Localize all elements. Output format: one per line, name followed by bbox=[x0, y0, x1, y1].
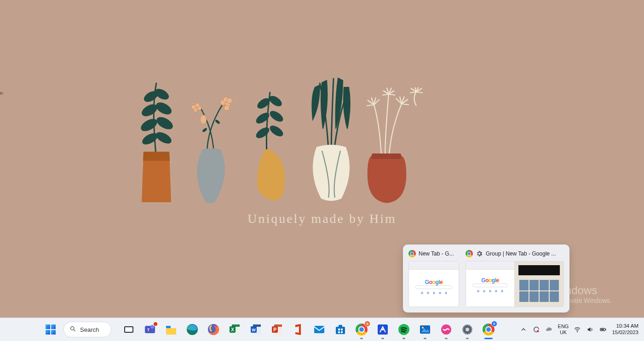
svg-rect-33 bbox=[46, 330, 50, 335]
svg-rect-59 bbox=[339, 325, 342, 327]
svg-rect-77 bbox=[601, 329, 604, 330]
svg-point-23 bbox=[268, 109, 284, 123]
preview-window-2[interactable]: Group | New Tab - Google ... Google bbox=[466, 250, 564, 307]
svg-rect-26 bbox=[372, 153, 401, 159]
app-settings[interactable] bbox=[460, 322, 475, 337]
search-label: Search bbox=[80, 326, 99, 333]
notification-badge: 0 bbox=[364, 321, 370, 327]
svg-point-5 bbox=[155, 115, 175, 131]
svg-rect-63 bbox=[341, 331, 343, 333]
svg-text:P: P bbox=[273, 327, 276, 332]
app-chrome[interactable]: 0 bbox=[354, 322, 369, 337]
svg-point-73 bbox=[537, 330, 539, 332]
svg-rect-37 bbox=[125, 327, 132, 332]
volume-icon[interactable] bbox=[586, 325, 594, 334]
taskbar-pinned-apps: T X W P bbox=[121, 322, 496, 337]
tray-sync-icon[interactable] bbox=[532, 325, 540, 334]
svg-rect-31 bbox=[46, 324, 50, 329]
svg-point-35 bbox=[71, 327, 75, 330]
svg-rect-58 bbox=[336, 327, 345, 334]
app-powerpoint[interactable]: P bbox=[270, 322, 284, 337]
svg-text:W: W bbox=[252, 328, 256, 332]
svg-point-72 bbox=[466, 328, 469, 331]
language-line1: ENG bbox=[558, 324, 569, 330]
taskbar-system-tray: ENG UK 10:34 AM 15/02/2023 bbox=[519, 323, 644, 336]
svg-rect-34 bbox=[51, 330, 56, 335]
preview-title: Group | New Tab - Google ... bbox=[486, 250, 556, 257]
svg-point-7 bbox=[155, 130, 173, 146]
app-teams[interactable]: T bbox=[143, 322, 157, 337]
gear-icon bbox=[476, 250, 483, 257]
svg-point-11 bbox=[227, 98, 232, 103]
battery-icon[interactable] bbox=[599, 325, 607, 334]
svg-point-6 bbox=[141, 131, 159, 147]
svg-point-24 bbox=[254, 125, 270, 140]
app-mail[interactable] bbox=[312, 322, 327, 337]
app-edge[interactable] bbox=[185, 322, 200, 337]
svg-rect-42 bbox=[166, 326, 171, 328]
app-tool[interactable] bbox=[375, 322, 390, 337]
svg-text:T: T bbox=[147, 328, 150, 332]
svg-rect-61 bbox=[341, 329, 343, 330]
svg-point-3 bbox=[154, 100, 173, 116]
app-microsoft-store[interactable] bbox=[333, 322, 348, 337]
svg-point-2 bbox=[140, 102, 159, 118]
wifi-icon[interactable] bbox=[573, 325, 581, 334]
svg-point-25 bbox=[268, 124, 284, 138]
wallpaper-caption: Uniquely made by Him bbox=[0, 211, 644, 226]
tray-overflow-chevron-icon[interactable] bbox=[519, 325, 528, 334]
app-office[interactable] bbox=[291, 322, 305, 337]
svg-point-65 bbox=[382, 329, 384, 330]
app-photos[interactable] bbox=[418, 322, 432, 337]
svg-rect-60 bbox=[338, 329, 340, 330]
svg-point-19 bbox=[201, 127, 207, 133]
app-word[interactable]: W bbox=[248, 322, 263, 337]
app-spotify[interactable] bbox=[397, 322, 411, 337]
svg-rect-32 bbox=[51, 324, 56, 329]
app-chrome-2[interactable]: 0 bbox=[481, 322, 496, 337]
app-file-explorer[interactable] bbox=[164, 322, 178, 337]
language-indicator[interactable]: ENG UK bbox=[558, 324, 569, 335]
notification-badge: 0 bbox=[491, 321, 497, 327]
svg-point-4 bbox=[139, 117, 159, 133]
taskbar-search[interactable]: Search bbox=[63, 322, 111, 337]
preview-thumbnail: Google bbox=[466, 261, 564, 307]
svg-point-74 bbox=[577, 331, 578, 332]
svg-rect-57 bbox=[314, 326, 324, 333]
language-line2: UK bbox=[558, 330, 569, 335]
search-icon bbox=[69, 325, 76, 334]
svg-rect-76 bbox=[606, 329, 606, 330]
app-firefox[interactable] bbox=[206, 322, 221, 337]
task-view-button[interactable] bbox=[121, 322, 136, 337]
svg-point-12 bbox=[224, 105, 230, 111]
app-pink[interactable] bbox=[439, 322, 454, 337]
svg-point-17 bbox=[200, 115, 207, 124]
svg-point-69 bbox=[422, 327, 424, 329]
desktop-stray-icon bbox=[0, 92, 4, 95]
wallpaper-illustration bbox=[124, 69, 428, 230]
svg-point-18 bbox=[214, 119, 220, 125]
taskbar-preview-popup: New Tab - G... Google Group | New Tab - … bbox=[403, 244, 569, 313]
clock-date: 15/02/2023 bbox=[612, 330, 638, 336]
chrome-icon bbox=[466, 250, 473, 257]
chrome-icon bbox=[408, 250, 416, 257]
preview-window-1[interactable]: New Tab - G... Google bbox=[408, 250, 459, 307]
svg-rect-62 bbox=[338, 331, 340, 333]
desktop[interactable]: Uniquely made by Him Activate Windows Go… bbox=[0, 0, 644, 341]
preview-thumbnail: Google bbox=[408, 261, 459, 307]
preview-title: New Tab - G... bbox=[419, 250, 454, 257]
svg-point-16 bbox=[191, 105, 196, 109]
badge-icon bbox=[153, 322, 158, 326]
tray-onedrive-icon[interactable] bbox=[545, 325, 553, 334]
taskbar-clock[interactable]: 10:34 AM 15/02/2023 bbox=[612, 323, 638, 336]
clock-time: 10:34 AM bbox=[612, 323, 638, 330]
app-excel[interactable]: X bbox=[227, 322, 242, 337]
start-button[interactable] bbox=[41, 320, 60, 339]
taskbar: Search T X W bbox=[0, 318, 644, 341]
svg-text:X: X bbox=[231, 327, 234, 332]
